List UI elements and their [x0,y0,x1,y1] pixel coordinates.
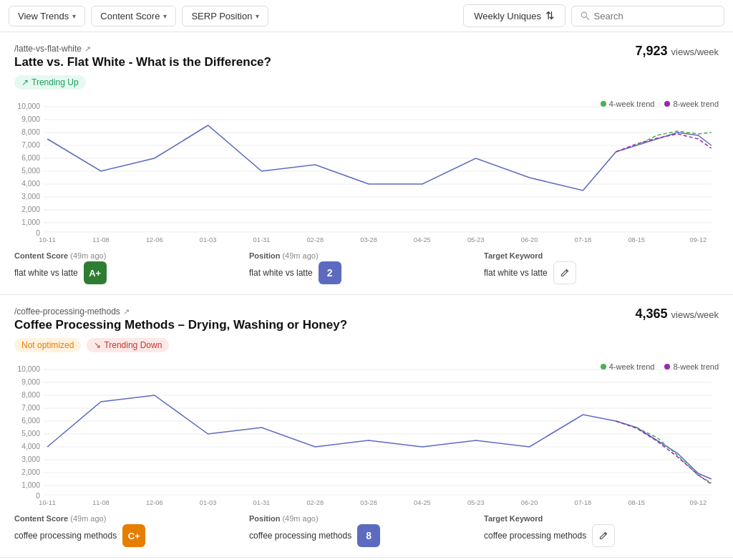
content-score-label: Content Score [100,11,160,21]
external-link-icon[interactable]: ↗ [123,307,130,317]
svg-text:6,000: 6,000 [21,154,40,162]
target-keyword-row: flat white vs latte [484,261,719,284]
svg-text:10,000: 10,000 [18,102,41,110]
edit-keyword-button-2[interactable] [592,524,615,547]
footer-position: Position (49m ago) flat white vs latte 2 [249,251,484,284]
content-score-value: C+ [128,531,140,541]
svg-text:08-15: 08-15 [628,499,645,506]
svg-text:2,000: 2,000 [21,206,40,213]
svg-text:8,000: 8,000 [21,128,40,136]
svg-text:12-06: 12-06 [146,499,163,506]
external-link-icon[interactable]: ↗ [84,44,91,54]
svg-text:11-08: 11-08 [92,236,110,243]
target-keyword-value: coffee processing methods [484,531,586,541]
position-keyword: coffee processing methods [249,531,351,541]
content-score-keyword: flat white vs latte [14,268,78,278]
svg-text:04-25: 04-25 [414,236,431,243]
card-header: /latte-vs-flat-white ↗ Latte vs. Flat Wh… [14,44,719,97]
card-header-left: /latte-vs-flat-white ↗ Latte vs. Flat Wh… [14,44,271,97]
card-views: 4,365 views/week [635,306,719,322]
toolbar: View Trends ▾ Content Score ▾ SERP Posit… [0,0,733,32]
svg-text:02-28: 02-28 [306,236,324,243]
svg-text:12-06: 12-06 [146,236,163,243]
target-keyword-value: flat white vs latte [484,268,548,278]
content-score-button[interactable]: Content Score ▾ [91,6,176,26]
svg-text:09-12: 09-12 [690,499,707,506]
svg-text:3,000: 3,000 [21,455,40,463]
svg-text:01-03: 01-03 [200,236,217,243]
search-input[interactable] [594,11,715,21]
views-label: views/week [671,47,719,57]
content-score-row: flat white vs latte A+ [14,261,249,284]
position-row: flat white vs latte 2 [249,261,484,284]
pencil-icon [560,268,570,278]
footer-target-keyword: Target Keyword flat white vs latte [484,251,719,284]
edit-keyword-button[interactable] [553,261,576,284]
svg-line-1 [586,16,589,19]
trending-down-label: Trending Down [104,340,162,350]
card-footer: Content Score (49m ago) flat white vs la… [14,251,719,284]
svg-text:11-08: 11-08 [92,499,110,506]
serp-position-label: SERP Position [191,11,252,21]
legend-4week: 4-week trend [601,362,655,371]
svg-text:03-28: 03-28 [360,499,377,506]
position-time: (49m ago) [282,514,318,523]
card-header: /coffee-processing-methods ↗ Coffee Proc… [14,306,719,359]
legend-4week-label: 4-week trend [609,362,655,371]
svg-text:4,000: 4,000 [21,180,40,188]
position-label: Position (49m ago) [249,251,484,260]
content-score-badge: A+ [84,261,107,284]
svg-text:4,000: 4,000 [21,443,40,450]
legend-8week: 8-week trend [664,362,719,371]
serp-position-button[interactable]: SERP Position ▾ [182,6,268,26]
legend-4week-dot [601,101,606,107]
svg-text:3,000: 3,000 [21,193,40,201]
legend-8week-label: 8-week trend [673,362,719,371]
chart-legend: 4-week trend 8-week trend [601,362,719,371]
content-score-value: A+ [89,268,101,279]
card-header-left: /coffee-processing-methods ↗ Coffee Proc… [14,306,347,359]
svg-text:07-18: 07-18 [575,499,592,506]
svg-text:02-28: 02-28 [306,499,324,506]
badges: Not optimized ↘ Trending Down [14,338,347,352]
trending-down-badge: ↘ Trending Down [87,338,169,352]
position-value: 2 [327,267,333,279]
position-badge: 8 [357,524,380,547]
svg-text:05-23: 05-23 [467,499,485,506]
position-badge: 2 [319,261,341,284]
position-value: 8 [366,530,372,541]
legend-8week-dot [664,364,670,370]
svg-text:08-15: 08-15 [628,236,645,243]
url-text: /coffee-processing-methods [14,306,120,317]
card-views: 7,923 views/week [635,44,719,59]
card-title: Latte vs. Flat White - What is the Diffe… [14,55,271,69]
trending-down-icon: ↘ [94,340,101,350]
svg-text:04-25: 04-25 [414,499,431,506]
chart-area: 4-week trend 8-week trend [14,100,719,243]
weekly-uniques-label: Weekly Uniques [474,11,541,21]
content-score-label: Content Score (49m ago) [14,514,249,523]
weekly-uniques-button[interactable]: Weekly Uniques ⇅ [463,4,565,27]
views-count: 4,365 views/week [635,306,719,321]
search-box [571,6,724,26]
svg-text:10,000: 10,000 [18,365,41,373]
view-trends-button[interactable]: View Trends ▾ [9,6,85,26]
footer-content-score: Content Score (49m ago) coffee processin… [14,514,249,547]
svg-text:01-31: 01-31 [253,499,271,506]
legend-8week: 8-week trend [664,100,719,108]
content-score-row: coffee processing methods C+ [14,524,249,547]
views-count: 7,923 views/week [635,44,719,58]
svg-text:5,000: 5,000 [21,167,40,175]
card-latte-vs-flat-white: /latte-vs-flat-white ↗ Latte vs. Flat Wh… [0,32,733,295]
svg-text:05-23: 05-23 [467,236,485,243]
chart-legend: 4-week trend 8-week trend [601,100,719,108]
svg-text:06-20: 06-20 [521,236,538,243]
svg-text:1,000: 1,000 [21,481,40,489]
footer-content-score: Content Score (49m ago) flat white vs la… [14,251,249,284]
cards-container: /latte-vs-flat-white ↗ Latte vs. Flat Wh… [0,32,733,558]
target-keyword-label: Target Keyword [484,514,719,523]
content-score-badge: C+ [122,524,145,547]
svg-text:8,000: 8,000 [21,391,40,399]
chevron-down-icon: ▾ [72,12,76,20]
svg-text:01-03: 01-03 [200,499,217,506]
